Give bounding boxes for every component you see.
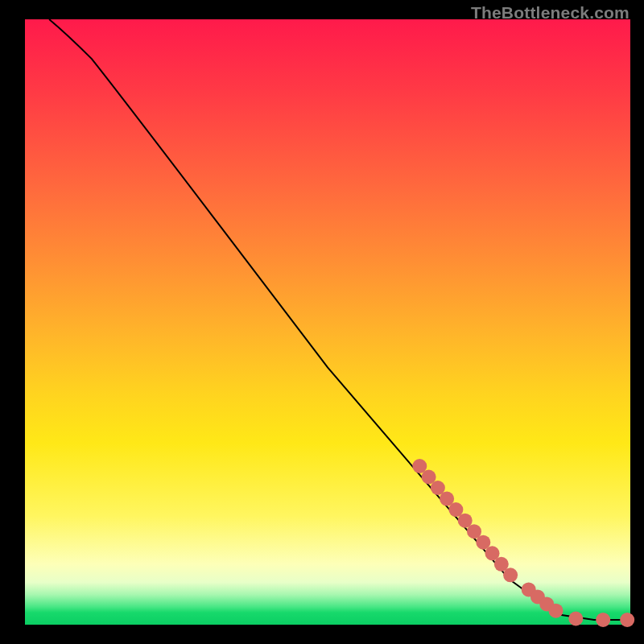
marker-group <box>412 459 634 627</box>
chart-svg <box>25 19 630 625</box>
curve-marker <box>549 604 564 618</box>
curve-marker <box>620 613 634 627</box>
chart-frame: TheBottleneck.com <box>0 0 644 644</box>
curve-line <box>49 19 630 620</box>
curve-marker <box>596 613 610 627</box>
curve-marker <box>503 568 518 582</box>
watermark-text: TheBottleneck.com <box>471 3 630 23</box>
curve-marker <box>568 612 583 626</box>
